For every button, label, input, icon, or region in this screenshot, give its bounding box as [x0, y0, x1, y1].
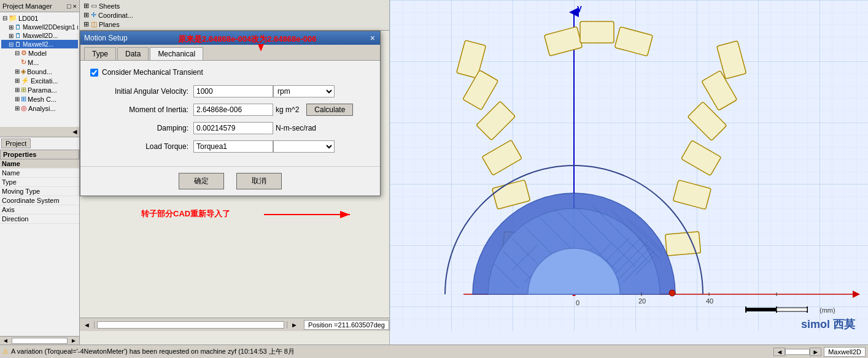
- annotation-text-1: 原来是2.64868e-004改为2.64868e-006: [178, 34, 316, 45]
- properties-table: Name Name Type Moving Type Coordinate Sy…: [0, 159, 79, 224]
- prop-axis-label: Axis: [0, 205, 79, 215]
- plus-icon-1: ⊞: [9, 24, 14, 31]
- minus-icon-3: ⊟: [9, 41, 14, 48]
- motion-setup-dialog: Motion Setup × Type Data Mechanical: [80, 31, 381, 196]
- prop-row-coord-system: Coordinate System: [0, 196, 79, 205]
- tree-item-maxwell1[interactable]: ⊞ 🗒 Maxwell2DDesign1 (Transient...): [1, 23, 78, 31]
- tree-item-parama[interactable]: ⊞ ⊞ Parama...: [1, 85, 78, 94]
- angular-velocity-label: Initial Angular Velocity:: [90, 87, 188, 96]
- excitati-icon: ⚡: [21, 77, 29, 85]
- tree-item-motion[interactable]: ↻ M...: [1, 58, 78, 67]
- minus-icon: ⊟: [2, 15, 7, 21]
- collapse-icon[interactable]: ◄: [71, 128, 79, 136]
- motion-icon: ↻: [21, 58, 26, 66]
- prop-row-direction: Direction: [0, 215, 79, 224]
- nav-left-btn[interactable]: ◄: [80, 321, 95, 329]
- pm-window-controls[interactable]: □ ×: [67, 2, 77, 10]
- load-torque-input[interactable]: [193, 140, 273, 153]
- planes-label: Planes: [99, 21, 120, 28]
- project-tab-area: Project: [0, 137, 79, 150]
- project-tab[interactable]: Project: [1, 139, 31, 148]
- project-tree: ⊟ 📁 LD001 ⊞ 🗒 Maxwell2DDesign1 (Transien…: [0, 12, 79, 127]
- dialog-content: Consider Mechanical Transient Initial An…: [80, 61, 380, 166]
- tree-label-bound: Bound...: [27, 68, 52, 75]
- load-torque-dropdown[interactable]: [273, 140, 335, 153]
- plus-bound: ⊞: [15, 68, 20, 75]
- tree-item-ld001[interactable]: ⊟ 📁 LD001: [1, 13, 78, 23]
- plus-parama: ⊞: [15, 86, 20, 93]
- prop-row-axis: Axis: [0, 205, 79, 215]
- cad-panel: y 0 20 40 (mm): [389, 0, 868, 345]
- prop-coord-label: Coordinate System: [0, 196, 79, 205]
- nav-tree-area: ⊞ ▭ Sheets ⊞ ✛ Coordinat... ⊞ ◫ Planes: [80, 0, 389, 31]
- tree-scroll-area: ◄ ►: [0, 336, 79, 345]
- calculate-button[interactable]: Calculate: [306, 104, 353, 116]
- origin-label: 0: [576, 299, 579, 307]
- tree-label-maxwell1: Maxwell2DDesign1 (Transient...): [23, 24, 78, 31]
- project-manager-header: Project Manager □ ×: [0, 0, 79, 12]
- tab-mechanical[interactable]: Mechanical: [150, 47, 203, 60]
- nav-item-sheets[interactable]: ⊞ ▭ Sheets: [81, 1, 388, 10]
- load-torque-row: Load Torque:: [90, 140, 370, 153]
- nav-item-coordinate[interactable]: ⊞ ✛ Coordinat...: [81, 10, 388, 20]
- tree-item-model[interactable]: ⊟ ⚙ Model: [1, 48, 78, 58]
- bottom-left-arrow[interactable]: ◄: [773, 348, 785, 356]
- bottom-right-arrow[interactable]: ►: [810, 348, 821, 356]
- plus-excitati: ⊞: [15, 77, 20, 84]
- nav-item-planes[interactable]: ⊞ ◫ Planes: [81, 20, 388, 29]
- scroll-right-btn[interactable]: ►: [69, 337, 79, 344]
- prop-row-moving-type: Moving Type: [0, 187, 79, 196]
- scroll-left-btn[interactable]: ◄: [1, 337, 10, 344]
- plus-analysi: ⊞: [15, 105, 20, 112]
- damping-row: Damping: N-m-sec/rad: [90, 122, 370, 134]
- properties-header: Properties: [0, 150, 79, 159]
- damping-input[interactable]: [193, 122, 273, 134]
- scale-40-label: 40: [706, 297, 713, 305]
- design-icon-2: 🗒: [15, 32, 21, 39]
- moment-inertia-unit: kg m^2: [276, 105, 299, 114]
- tree-label-parama: Parama...: [28, 86, 57, 94]
- tree-item-bound[interactable]: ⊞ ◈ Bound...: [1, 67, 78, 76]
- dialog-title: Motion Setup: [84, 34, 128, 42]
- main-area: Project Manager □ × ⊟ 📁 LD001 ⊞ 🗒 Maxwel…: [0, 0, 868, 345]
- tree-label-ld001: LD001: [18, 15, 38, 22]
- plus-mesh: ⊞: [15, 96, 20, 102]
- cad-canvas: y 0 20 40 (mm): [390, 0, 868, 345]
- prop-row-type: Type: [0, 178, 79, 187]
- tree-item-excitati[interactable]: ⊞ ⚡ Excitati...: [1, 76, 78, 85]
- sheets-icon: ▭: [91, 2, 97, 10]
- moment-inertia-label: Moment of Inertia:: [90, 105, 188, 114]
- annotation-arrow-2-svg: [264, 202, 362, 227]
- left-panel: Project Manager □ × ⊟ 📁 LD001 ⊞ 🗒 Maxwel…: [0, 0, 80, 345]
- tree-label-excitati: Excitati...: [31, 77, 58, 85]
- dialog-tabs: Type Data Mechanical: [80, 45, 380, 61]
- confirm-button[interactable]: 确定: [179, 173, 224, 189]
- scale-mm-label: (mm): [820, 307, 835, 314]
- middle-content: ⊞ ▭ Sheets ⊞ ✛ Coordinat... ⊞ ◫ Planes: [80, 0, 389, 345]
- tree-item-analysi[interactable]: ⊞ ◎ Analysi...: [1, 104, 78, 113]
- position-status: Position =211.603507deg: [304, 320, 389, 330]
- tree-label-mesh: Mesh C...: [28, 96, 56, 103]
- tree-label-maxwell2: Maxwell2D...: [23, 32, 58, 39]
- dialog-close-button[interactable]: ×: [369, 34, 376, 42]
- moment-inertia-input[interactable]: [193, 104, 273, 116]
- tab-type[interactable]: Type: [84, 47, 116, 60]
- mechanical-transient-row: Consider Mechanical Transient: [90, 68, 370, 77]
- nav-right-btn[interactable]: ►: [287, 321, 301, 329]
- tree-item-mesh[interactable]: ⊞ ⊞ Mesh C...: [1, 94, 78, 104]
- status-message: A variation (Torqueal='-4NewtonMeter') h…: [11, 347, 295, 356]
- bottom-status-item: Maxwell2D: [824, 347, 866, 357]
- cancel-button[interactable]: 取消: [236, 173, 282, 189]
- plus-planes: ⊞: [83, 20, 89, 28]
- collapse-bar: ◄: [0, 127, 79, 137]
- tree-item-maxwell3[interactable]: ⊟ 🗒 Maxwell2...: [1, 40, 78, 48]
- angular-velocity-input[interactable]: [193, 85, 273, 97]
- mechanical-transient-checkbox[interactable]: [90, 69, 98, 77]
- tree-item-maxwell2[interactable]: ⊞ 🗒 Maxwell2D...: [1, 31, 78, 40]
- plus-sheets: ⊞: [83, 2, 89, 10]
- properties-section: Properties Name Name Type Moving Type: [0, 150, 79, 224]
- tab-data[interactable]: Data: [117, 47, 149, 60]
- prop-col-name: Name: [0, 159, 79, 169]
- angular-velocity-unit-select[interactable]: rpm: [273, 85, 335, 97]
- minus-icon-model: ⊟: [15, 50, 20, 56]
